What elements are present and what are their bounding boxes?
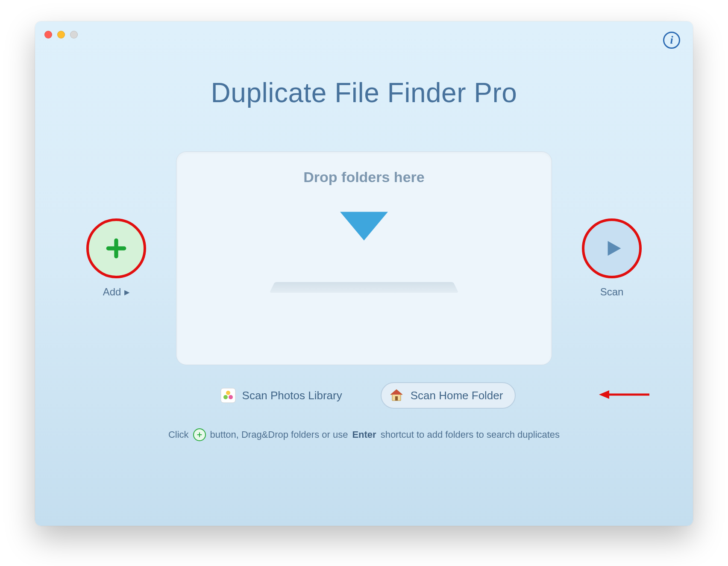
plus-icon [104, 236, 128, 260]
shortcut-row: Scan Photos Library Scan Home Folder [35, 382, 693, 409]
add-button[interactable] [86, 218, 146, 278]
scan-photos-library-button[interactable]: Scan Photos Library [212, 382, 355, 409]
hint-text: Click button, Drag&Drop folders or use E… [35, 428, 693, 441]
app-title: Duplicate File Finder Pro [35, 77, 693, 109]
scan-home-folder-button[interactable]: Scan Home Folder [381, 382, 516, 409]
hint-mid: button, Drag&Drop folders or use [210, 429, 348, 440]
scan-label: Scan [600, 286, 624, 298]
drop-zone-graphic [272, 207, 456, 298]
down-arrow-icon [334, 207, 394, 247]
app-window: i Duplicate File Finder Pro Add ▶ Drop f… [35, 21, 693, 526]
play-icon [604, 239, 623, 258]
window-controls [44, 31, 78, 38]
scan-column: Scan [578, 218, 646, 298]
add-label-text: Add [103, 286, 121, 298]
chevron-right-icon: ▶ [124, 288, 129, 296]
drop-zone-title: Drop folders here [303, 169, 424, 186]
zoom-window-button[interactable] [70, 31, 78, 38]
main-content: Add ▶ Drop folders here [35, 151, 693, 365]
svg-marker-10 [599, 390, 609, 399]
svg-point-4 [223, 395, 228, 399]
scan-home-label: Scan Home Folder [411, 389, 503, 402]
hint-post: shortcut to add folders to search duplic… [381, 429, 560, 440]
mini-plus-icon [193, 428, 206, 441]
annotation-arrow [599, 388, 650, 403]
svg-marker-0 [340, 212, 388, 240]
svg-point-5 [229, 395, 233, 399]
svg-rect-2 [221, 388, 235, 403]
photos-app-icon [220, 387, 236, 404]
hint-pre: Click [168, 429, 189, 440]
minimize-window-button[interactable] [57, 31, 65, 38]
svg-point-3 [226, 391, 230, 395]
info-button[interactable]: i [663, 32, 680, 49]
drop-platform-graphic [270, 282, 459, 293]
info-icon: i [670, 34, 673, 47]
scan-button[interactable] [582, 218, 642, 278]
add-label: Add ▶ [103, 286, 130, 298]
home-icon [388, 387, 405, 404]
close-window-button[interactable] [44, 31, 52, 38]
drop-zone[interactable]: Drop folders here [176, 151, 552, 365]
scan-label-text: Scan [600, 286, 624, 298]
scan-photos-label: Scan Photos Library [242, 389, 342, 402]
add-column: Add ▶ [82, 218, 150, 298]
hint-key: Enter [352, 429, 376, 440]
svg-marker-1 [608, 241, 621, 256]
svg-marker-7 [390, 389, 402, 395]
svg-rect-8 [395, 396, 398, 401]
